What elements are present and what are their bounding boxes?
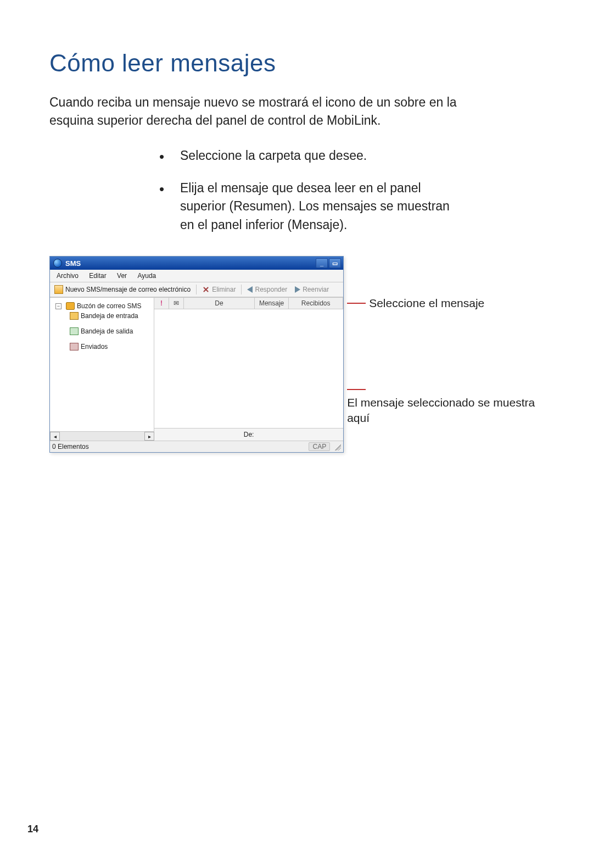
tree-inbox-label: Bandeja de entrada	[81, 312, 138, 320]
reply-icon	[247, 286, 253, 293]
message-list-header: ! ✉ De Mensaje Recibidos	[154, 298, 343, 309]
reply-label: Responder	[255, 286, 287, 293]
toolbar-separator	[241, 285, 242, 294]
status-cap: CAP	[309, 442, 330, 451]
inbox-icon	[70, 312, 79, 320]
list-item: Elija el mensaje que desea leer en el pa…	[159, 179, 467, 234]
resize-grip-icon[interactable]	[333, 443, 341, 450]
delete-label: Eliminar	[212, 286, 236, 293]
horizontal-scrollbar[interactable]: ◂ ▸	[50, 431, 154, 441]
app-icon	[53, 259, 62, 268]
outbox-icon	[70, 327, 79, 335]
screenshot-figure: SMS _ ▭ Archivo Editar Ver Ayuda Nuevo S…	[49, 256, 544, 453]
mailbox-icon	[66, 302, 75, 310]
status-bar: 0 Elementos CAP	[50, 441, 343, 452]
preview-from-bar: De:	[154, 428, 343, 441]
tree-sent[interactable]: Enviados	[53, 342, 152, 352]
column-received[interactable]: Recibidos	[289, 298, 343, 309]
tree-outbox-label: Bandeja de salida	[81, 327, 133, 335]
attachment-icon: ✉	[174, 299, 179, 307]
callout-line-icon	[347, 303, 366, 304]
scroll-right-icon[interactable]: ▸	[144, 432, 154, 441]
scroll-left-icon[interactable]: ◂	[50, 432, 60, 441]
tree-inbox[interactable]: Bandeja de entrada	[53, 311, 152, 321]
sms-window: SMS _ ▭ Archivo Editar Ver Ayuda Nuevo S…	[49, 256, 344, 453]
reply-button[interactable]: Responder	[245, 285, 289, 294]
column-priority[interactable]: !	[154, 298, 169, 309]
priority-icon: !	[160, 299, 163, 307]
menu-edit[interactable]: Editar	[85, 271, 110, 281]
window-titlebar: SMS _ ▭	[50, 257, 343, 270]
callout-line-icon	[347, 389, 366, 390]
forward-button[interactable]: Reenviar	[293, 285, 331, 294]
window-title: SMS	[65, 259, 81, 268]
figure-callouts: Seleccione el mensaje El mensaje selecci…	[347, 256, 544, 431]
toolbar: Nuevo SMS/mensaje de correo electrónico …	[50, 282, 343, 297]
new-message-button[interactable]: Nuevo SMS/mensaje de correo electrónico	[52, 284, 193, 295]
message-list[interactable]	[154, 309, 343, 428]
forward-icon	[295, 286, 300, 293]
list-item: Seleccione la carpeta que desee.	[159, 147, 467, 165]
minimize-button[interactable]: _	[316, 258, 328, 268]
mail-icon	[54, 285, 63, 294]
intro-paragraph: Cuando reciba un mensaje nuevo se mostra…	[49, 93, 478, 130]
tree-root[interactable]: − Buzón de correo SMS	[53, 301, 152, 311]
menu-bar: Archivo Editar Ver Ayuda	[50, 270, 343, 282]
tree-outbox[interactable]: Bandeja de salida	[53, 326, 152, 336]
restore-button[interactable]: ▭	[329, 258, 341, 268]
callout-message-shown: El mensaje seleccionado se muestra aquí	[347, 382, 544, 425]
collapse-icon[interactable]: −	[55, 303, 61, 309]
forward-label: Reenviar	[303, 286, 329, 293]
delete-button[interactable]: Eliminar	[200, 285, 238, 294]
instructions-list: Seleccione la carpeta que desee. Elija e…	[159, 147, 467, 234]
callout-text: Seleccione el mensaje	[369, 296, 484, 310]
folder-tree[interactable]: − Buzón de correo SMS Bandeja de entrada…	[50, 298, 154, 431]
column-attachment[interactable]: ✉	[169, 298, 184, 309]
page-number: 14	[27, 824, 38, 835]
toolbar-separator	[196, 285, 197, 294]
new-message-label: Nuevo SMS/mensaje de correo electrónico	[65, 286, 191, 293]
message-panes: ! ✉ De Mensaje Recibidos De:	[154, 298, 343, 441]
callout-select-message: Seleccione el mensaje	[347, 296, 544, 310]
sent-icon	[70, 343, 79, 350]
status-item-count: 0 Elementos	[52, 443, 89, 450]
column-message[interactable]: Mensaje	[255, 298, 289, 309]
tree-root-label: Buzón de correo SMS	[77, 302, 141, 310]
tree-sent-label: Enviados	[81, 343, 108, 350]
column-from[interactable]: De	[184, 298, 255, 309]
menu-help[interactable]: Ayuda	[133, 271, 160, 281]
menu-view[interactable]: Ver	[113, 271, 131, 281]
menu-file[interactable]: Archivo	[52, 271, 83, 281]
preview-from-label: De:	[244, 431, 254, 438]
page-title: Cómo leer mensajes	[49, 49, 544, 77]
delete-icon	[202, 286, 210, 293]
callout-text: El mensaje seleccionado se muestra aquí	[347, 395, 544, 425]
